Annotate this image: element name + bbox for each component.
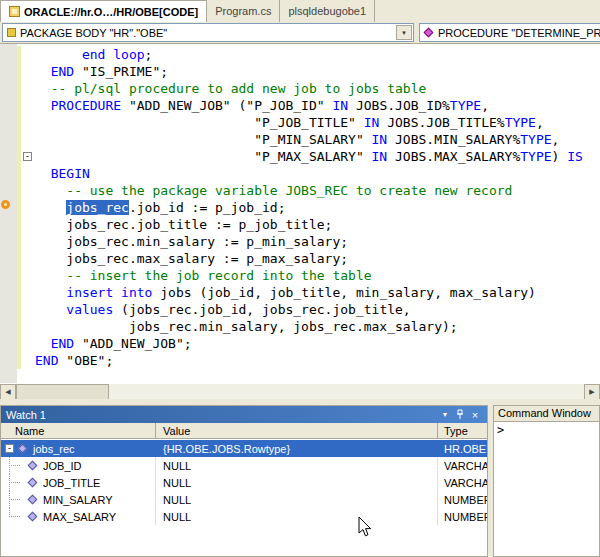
- code-text: PROCEDURE: [51, 98, 121, 113]
- scrollbar-thumb[interactable]: [16, 384, 109, 400]
- column-header-value[interactable]: Value: [156, 423, 438, 438]
- code-text: [35, 166, 51, 181]
- code-line[interactable]: END "IS_PRIME";: [0, 63, 600, 80]
- code-line[interactable]: jobs_rec.min_salary := p_min_salary;: [0, 233, 600, 250]
- watch-type-cell: VARCHAR: [438, 474, 487, 491]
- tab-label: plsqldebugobe1: [288, 5, 366, 17]
- code-text: [35, 200, 66, 215]
- code-line[interactable]: jobs_rec.job_title := p_job_title;: [0, 216, 600, 233]
- watch-row[interactable]: -jobs_rec{HR.OBE.JOBS.Rowtype}HR.OBE.J: [1, 440, 487, 457]
- current-statement-icon: [1, 200, 10, 209]
- code-line[interactable]: values (jobs_rec.job_id, jobs_rec.job_ti…: [0, 301, 600, 318]
- code-text: TYPE: [520, 132, 551, 147]
- watch-name-cell: MAX_SALARY: [1, 508, 156, 525]
- watch-value-cell[interactable]: NULL: [156, 508, 438, 525]
- variable-icon: [18, 444, 28, 454]
- code-text: TYPE: [505, 115, 536, 130]
- code-line[interactable]: jobs_rec.max_salary := p_max_salary;: [0, 250, 600, 267]
- code-text: [113, 285, 121, 300]
- code-text: IN: [372, 132, 388, 147]
- code-line[interactable]: "P_JOB_TITLE" IN JOBS.JOB_TITLE%TYPE,: [0, 114, 600, 131]
- column-header-name[interactable]: Name: [1, 423, 156, 438]
- tab-oracle-obe-code[interactable]: ORACLE://hr.O…/HR/OBE[CODE]: [0, 0, 207, 22]
- window-position-icon[interactable]: ▼: [438, 408, 452, 421]
- code-text: BEGIN: [51, 166, 90, 181]
- code-line[interactable]: END "OBE";: [0, 352, 600, 369]
- watch-title-bar[interactable]: Watch 1 ▼ ×: [1, 406, 487, 423]
- code-editor[interactable]: end loop; END "IS_PRIME"; -- pl/sql proc…: [0, 44, 600, 383]
- watch-name-cell: JOB_ID: [1, 457, 156, 474]
- code-line[interactable]: insert into jobs (job_id, job_title, min…: [0, 284, 600, 301]
- code-text: [35, 285, 66, 300]
- code-text: into: [121, 285, 152, 300]
- code-text: ): [552, 149, 568, 164]
- code-text: JOBS.JOB_TITLE%: [379, 115, 504, 130]
- watch-row[interactable]: MIN_SALARYNULLNUMBER(: [1, 491, 487, 508]
- watch-row[interactable]: JOB_TITLENULLVARCHAR: [1, 474, 487, 491]
- code-line[interactable]: -- pl/sql procedure to add new job to jo…: [0, 80, 600, 97]
- code-line[interactable]: BEGIN: [0, 165, 600, 182]
- chevron-down-icon[interactable]: ▼: [396, 25, 412, 40]
- code-text: "P_MIN_SALARY": [35, 132, 372, 147]
- code-text: "ADD_NEW_JOB" ("P_JOB_ID": [121, 98, 332, 113]
- code-line[interactable]: PROCEDURE "ADD_NEW_JOB" ("P_JOB_ID" IN J…: [0, 97, 600, 114]
- column-header-type[interactable]: Type: [438, 423, 487, 438]
- tab-label: Program.cs: [215, 5, 271, 17]
- member-dropdown-value: PROCEDURE "DETERMINE_PRIME: [438, 27, 600, 39]
- watch-variable-name: jobs_rec: [33, 443, 75, 455]
- expand-collapse-icon[interactable]: -: [5, 444, 14, 453]
- command-window-title[interactable]: Command Window: [494, 406, 599, 422]
- code-line[interactable]: END "ADD_NEW_JOB";: [0, 335, 600, 352]
- code-line[interactable]: "P_MIN_SALARY" IN JOBS.MIN_SALARY%TYPE,: [0, 131, 600, 148]
- command-prompt[interactable]: >: [494, 422, 599, 438]
- watch-type-cell: NUMBER(: [438, 508, 487, 525]
- watch-title: Watch 1: [6, 409, 437, 421]
- code-line[interactable]: -- insert the job record into the table: [0, 267, 600, 284]
- object-dropdown[interactable]: PACKAGE BODY "HR"."OBE" ▼: [2, 23, 414, 42]
- editor-navigation-bar: PACKAGE BODY "HR"."OBE" ▼ PROCEDURE "DET…: [0, 22, 600, 44]
- code-text: JOBS.JOB_ID%: [348, 98, 450, 113]
- code-text: IN: [364, 115, 380, 130]
- code-text: TYPE: [450, 98, 481, 113]
- code-line[interactable]: jobs_rec.min_salary, jobs_rec.max_salary…: [0, 318, 600, 335]
- code-line[interactable]: "P_MAX_SALARY" IN JOBS.MAX_SALARY%TYPE) …: [0, 148, 600, 165]
- auto-hide-pin-icon[interactable]: [453, 408, 467, 421]
- scroll-left-icon[interactable]: ◀: [0, 384, 16, 400]
- package-body-icon: [7, 28, 16, 37]
- watch-value-cell[interactable]: NULL: [156, 474, 438, 491]
- watch-variable-name: JOB_ID: [43, 460, 82, 472]
- code-text: [35, 302, 66, 317]
- watch-row[interactable]: JOB_IDNULLVARCHAR: [1, 457, 487, 474]
- code-line[interactable]: end loop;: [0, 46, 600, 63]
- watch-value-cell[interactable]: NULL: [156, 457, 438, 474]
- tab-program-cs[interactable]: Program.cs: [207, 0, 280, 22]
- code-line[interactable]: -- use the package variable JOBS_REC to …: [0, 182, 600, 199]
- code-line[interactable]: jobs_rec.job_id := p_job_id;: [0, 199, 600, 216]
- close-icon[interactable]: ×: [468, 408, 482, 421]
- code-text: jobs (job_id, job_title, min_salary, max…: [152, 285, 536, 300]
- code-text: END: [51, 336, 74, 351]
- code-text: [35, 64, 51, 79]
- variable-icon: [28, 478, 38, 488]
- code-text: .job_id := p_job_id;: [129, 200, 286, 215]
- code-text: -- insert the job record into the table: [35, 268, 372, 283]
- watch-value-cell[interactable]: {HR.OBE.JOBS.Rowtype}: [156, 440, 438, 457]
- code-area[interactable]: end loop; END "IS_PRIME"; -- pl/sql proc…: [0, 46, 600, 369]
- code-text: jobs_rec.max_salary := p_max_salary;: [35, 251, 348, 266]
- code-text: "ADD_NEW_JOB";: [74, 336, 191, 351]
- code-text: "IS_PRIME";: [74, 64, 168, 79]
- code-text: END: [51, 64, 74, 79]
- tree-connector: [1, 491, 29, 508]
- member-dropdown[interactable]: PROCEDURE "DETERMINE_PRIME: [419, 23, 600, 42]
- watch-panel: Watch 1 ▼ × Name Value Type -jobs_rec{HR…: [0, 405, 488, 557]
- watch-column-headers: Name Value Type: [1, 423, 487, 439]
- collapse-region-icon[interactable]: -: [23, 152, 32, 161]
- editor-horizontal-scrollbar[interactable]: ◀ ▶: [0, 383, 600, 399]
- tab-plsqldebugobe1[interactable]: plsqldebugobe1: [280, 0, 375, 22]
- tree-connector: [1, 457, 29, 474]
- variable-icon: [28, 512, 38, 522]
- watch-value-cell[interactable]: NULL: [156, 491, 438, 508]
- watch-row[interactable]: MAX_SALARYNULLNUMBER(: [1, 508, 487, 525]
- scroll-right-icon[interactable]: ▶: [584, 384, 600, 400]
- selected-text: jobs_rec: [66, 200, 129, 215]
